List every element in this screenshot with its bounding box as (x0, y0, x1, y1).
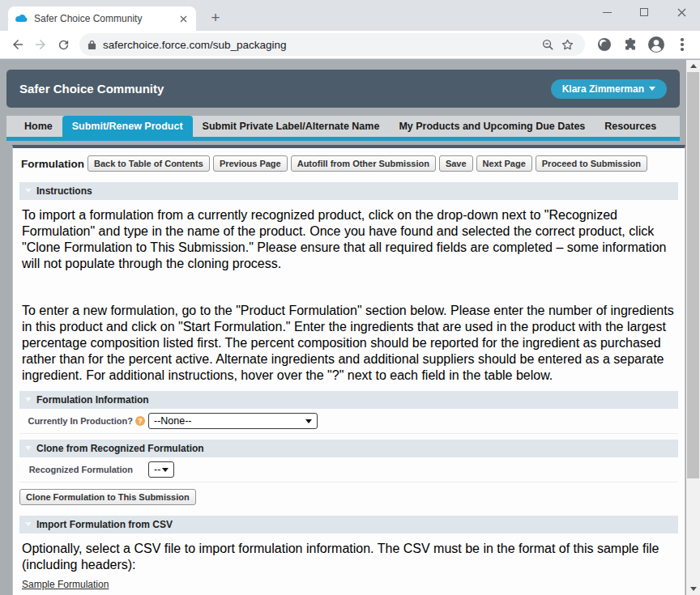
window-controls (588, 0, 700, 24)
extension-circle-icon[interactable] (593, 33, 616, 56)
browser-tab[interactable]: Safer Choice Community (8, 6, 196, 31)
main-nav: Home Submit/Renew Product Submit Private… (6, 116, 680, 137)
recognized-formulation-row: Recognized Formulation -- (19, 457, 678, 482)
section-formulation-information[interactable]: Formulation Information (19, 391, 678, 409)
scrollbar-up-icon[interactable] (686, 60, 700, 72)
chevron-down-icon (305, 419, 312, 423)
section-formulation-information-title: Formulation Information (36, 394, 149, 406)
user-name: Klara Zimmerman (562, 83, 644, 95)
disclosure-triangle-icon (25, 522, 32, 526)
refresh-icon[interactable] (52, 33, 75, 56)
currently-in-production-label: Currently In Production? (19, 416, 133, 426)
section-clone-title: Clone from Recognized Formulation (36, 443, 204, 454)
clone-formulation-button[interactable]: Clone Formulation to This Submission (19, 489, 196, 505)
extensions-puzzle-icon[interactable] (619, 33, 642, 56)
page-title: Formulation (21, 158, 84, 170)
url-text[interactable]: saferchoice.force.com/sub_packaging (103, 39, 538, 51)
tab-title: Safer Choice Community (34, 13, 177, 24)
zoom-out-icon[interactable] (538, 35, 557, 54)
tab-submit-private-label[interactable]: Submit Private Label/Alternate Name (193, 116, 390, 137)
section-instructions[interactable]: Instructions (19, 182, 678, 200)
csv-description: Optionally, select a CSV file to import … (22, 541, 676, 573)
tab-home[interactable]: Home (15, 116, 62, 137)
help-icon[interactable]: ? (135, 416, 145, 426)
panel-title-row: Formulation Back to Table of Contents Pr… (19, 153, 678, 176)
favicon-cloud-icon (15, 14, 28, 23)
disclosure-triangle-icon (25, 397, 32, 402)
sample-formulation-link[interactable]: Sample Formulation (22, 579, 109, 590)
page-action-buttons: Back to Table of Contents Previous Page … (84, 155, 686, 172)
recognized-formulation-select[interactable]: -- (148, 461, 174, 478)
bookmark-star-icon[interactable] (557, 35, 577, 54)
close-icon[interactable] (663, 0, 700, 24)
clone-button-row: Clone Formulation to This Submission (19, 482, 678, 510)
section-import-csv[interactable]: Import Formulation from CSV (19, 516, 678, 533)
previous-page-button[interactable]: Previous Page (213, 155, 288, 172)
selected-value: --None-- (154, 415, 192, 427)
back-to-toc-button[interactable]: Back to Table of Contents (88, 155, 210, 172)
scrollbar-thumb[interactable] (687, 72, 699, 478)
community-header: Safer Choice Community Klara Zimmerman (6, 70, 680, 108)
tab-my-products[interactable]: My Products and Upcoming Due Dates (389, 116, 595, 137)
scrollbar-down-icon[interactable] (686, 583, 700, 595)
instructions-paragraph-2: To enter a new formulation, go to the "P… (22, 303, 676, 384)
recognized-formulation-label: Recognized Formulation (19, 465, 133, 474)
back-icon[interactable] (6, 33, 29, 56)
maximize-icon[interactable] (625, 0, 663, 24)
disclosure-triangle-icon (25, 189, 32, 193)
section-clone-from-recognized[interactable]: Clone from Recognized Formulation (19, 440, 678, 457)
nav-active-underline (6, 137, 680, 141)
chevron-down-icon (649, 87, 655, 91)
proceed-to-submission-button[interactable]: Proceed to Submission (536, 155, 647, 172)
new-tab-button[interactable]: + (206, 8, 225, 28)
page-viewport: Safer Choice Community Klara Zimmerman H… (0, 60, 686, 595)
vertical-scrollbar[interactable] (686, 60, 700, 595)
disclosure-triangle-icon (25, 446, 32, 450)
selected-value: -- (154, 464, 160, 475)
tab-close-icon[interactable] (177, 12, 190, 25)
browser-tabstrip: Safer Choice Community + (0, 0, 700, 31)
minimize-icon[interactable] (588, 0, 625, 24)
autofill-button[interactable]: Autofill from Other Submission (291, 155, 436, 172)
community-title: Safer Choice Community (19, 82, 551, 96)
address-bar[interactable]: saferchoice.force.com/sub_packaging (79, 33, 585, 56)
forward-icon[interactable] (29, 33, 52, 56)
next-page-button[interactable]: Next Page (476, 155, 532, 172)
section-import-csv-title: Import Formulation from CSV (36, 519, 173, 530)
browser-toolbar: saferchoice.force.com/sub_packaging (0, 31, 700, 59)
tab-submit-renew-product[interactable]: Submit/Renew Product (62, 116, 193, 137)
kebab-menu-icon[interactable] (671, 33, 694, 56)
lock-icon[interactable] (88, 40, 96, 50)
user-menu-button[interactable]: Klara Zimmerman (551, 79, 667, 99)
section-instructions-title: Instructions (36, 185, 92, 197)
profile-avatar-icon[interactable] (645, 33, 668, 56)
tab-resources[interactable]: Resources (595, 116, 666, 137)
save-button[interactable]: Save (439, 155, 473, 172)
currently-in-production-row: Currently In Production? ? --None-- (19, 409, 678, 434)
chevron-down-icon (162, 468, 169, 472)
instructions-paragraph-1: To import a formulation from a currently… (22, 207, 676, 272)
currently-in-production-select[interactable]: --None-- (148, 413, 318, 429)
formulation-panel: Formulation Back to Table of Contents Pr… (12, 145, 685, 595)
